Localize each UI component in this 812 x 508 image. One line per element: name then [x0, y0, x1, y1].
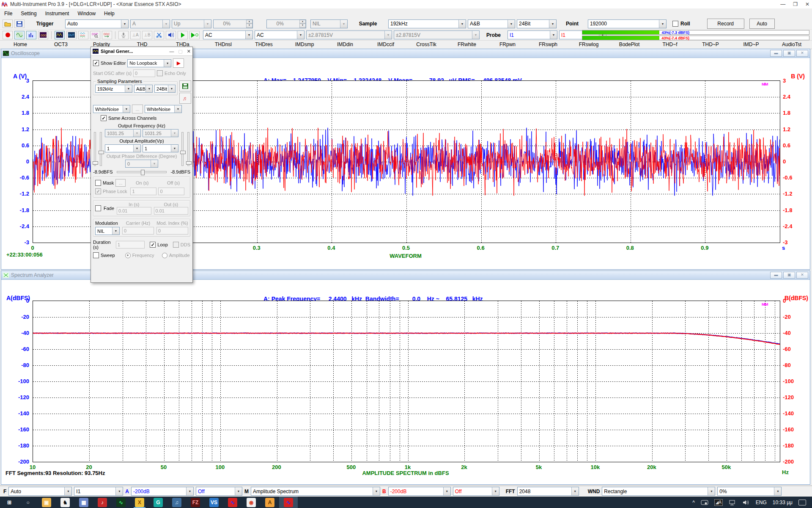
cursor-marker-icon[interactable]: MiM: [762, 82, 768, 86]
trigger-delay-spinner[interactable]: 0%▲▼: [266, 19, 306, 28]
play-button[interactable]: [178, 31, 188, 39]
fade-in-input[interactable]: 0.01: [117, 207, 151, 215]
tab-frswph[interactable]: FRswph: [528, 41, 568, 49]
taskbar-antivirus-app-icon[interactable]: ♪: [93, 497, 112, 508]
open-button[interactable]: [3, 19, 13, 28]
ddc-button[interactable]: DDC: [102, 31, 112, 39]
taskbar-audio-mixer-icon[interactable]: ♫: [167, 497, 186, 508]
window-maximize-button[interactable]: ❐: [793, 1, 798, 7]
frequency-a-select[interactable]: 1031.25▼: [105, 129, 141, 137]
view-mode-select[interactable]: Amplitude Spectrum▼: [251, 487, 380, 496]
taskbar-chrome-icon[interactable]: ◉: [242, 497, 261, 508]
tab-frpwn[interactable]: FRpwn: [487, 41, 528, 49]
window-function-select[interactable]: Rectangle▼: [602, 487, 715, 496]
play-loop-button[interactable]: [189, 31, 200, 39]
coupling-a-select[interactable]: AC▼: [203, 30, 253, 39]
gen-sample-rate-select[interactable]: 192kHz▼: [95, 85, 132, 93]
freq-axis-mode-select[interactable]: Auto▼: [8, 487, 72, 496]
duration-input[interactable]: 1: [116, 241, 145, 248]
phase-select[interactable]: 0▼: [125, 160, 158, 168]
dialog-minimize-button[interactable]: —: [169, 49, 174, 54]
dds-checkbox[interactable]: [173, 242, 179, 248]
tab-oct3[interactable]: OCT3: [41, 41, 81, 49]
amplitude-a-select[interactable]: 1▼: [105, 144, 141, 152]
save-button[interactable]: [14, 19, 25, 28]
spinner-arrows[interactable]: ▲▼: [299, 20, 306, 28]
oscilloscope-button[interactable]: [14, 31, 25, 39]
start-osc-input[interactable]: 0: [133, 69, 155, 77]
phase-lock-checkbox[interactable]: [95, 188, 101, 194]
generator-start-button[interactable]: ▶: [173, 58, 184, 68]
save-signal-button[interactable]: [179, 80, 191, 91]
menu-window[interactable]: Window: [73, 9, 100, 18]
multi-wave-button[interactable]: [78, 31, 88, 39]
roll-checkbox-box[interactable]: [672, 21, 678, 27]
mask-checkbox[interactable]: [95, 180, 101, 186]
device-test-plan-button[interactable]: DUT: [66, 31, 77, 39]
bit-depth-select[interactable]: 24Bit▼: [517, 19, 557, 28]
tab-bodeplot[interactable]: BodePlot: [609, 41, 650, 49]
menu-file[interactable]: File: [0, 9, 16, 18]
waveform-b-select[interactable]: WhiteNoise▼: [145, 105, 182, 113]
audio-driver-tray-icon[interactable]: ◢A: [714, 499, 723, 506]
panel-close-button[interactable]: ✕: [796, 272, 808, 279]
echo-only-checkbox[interactable]: [157, 70, 163, 76]
menu-instrument[interactable]: Instrument: [41, 9, 74, 18]
a-range-select[interactable]: -200dB▼: [131, 487, 194, 496]
tab-audiotst[interactable]: AudioTst: [771, 41, 812, 49]
tab-thdres[interactable]: THDres: [244, 41, 284, 49]
taskbar-vscode-icon[interactable]: VS: [205, 497, 223, 508]
menu-setting[interactable]: Setting: [16, 9, 41, 18]
waveform-a-select[interactable]: WhiteNoise▼: [93, 105, 130, 113]
taskbar-file-explorer-icon[interactable]: ▣: [37, 497, 56, 508]
taskbar-xnview-icon[interactable]: X: [130, 497, 149, 508]
network-icon[interactable]: [729, 500, 736, 505]
gen-bits-select[interactable]: 24Bit▼: [154, 85, 176, 93]
taskbar-search-icon[interactable]: ○: [19, 497, 37, 508]
panel-close-button[interactable]: ✕: [796, 50, 808, 57]
taskbar-avast-icon[interactable]: A: [261, 497, 279, 508]
taskbar-media-app-icon[interactable]: ♞: [56, 497, 74, 508]
tab-imdsmp[interactable]: IMDsmp: [284, 41, 325, 49]
a-extra-select[interactable]: Off▼: [196, 487, 242, 496]
tab-thd~p[interactable]: THD~P: [690, 41, 731, 49]
window-minimize-button[interactable]: —: [780, 1, 785, 7]
amplitude-b-select[interactable]: 1▼: [143, 144, 178, 152]
b-range-select[interactable]: -200dB▼: [388, 487, 451, 496]
tab-imd~p[interactable]: IMD~P: [731, 41, 771, 49]
coupling-b-select[interactable]: AC▼: [255, 30, 304, 39]
tab-frwhite[interactable]: FRwhite: [447, 41, 487, 49]
modulation-select[interactable]: NIL▼: [95, 227, 120, 235]
window-close-button[interactable]: ✕: [805, 1, 809, 7]
record-button[interactable]: Record: [707, 19, 744, 29]
balance-slider[interactable]: [117, 171, 166, 173]
loopback-select[interactable]: No Loopback▼: [127, 59, 171, 67]
taskbar-start-icon[interactable]: ⊞: [0, 497, 19, 508]
menu-help[interactable]: Help: [100, 9, 119, 18]
ground-a-button[interactable]: ⊥A: [130, 31, 140, 39]
taskbar-filezilla-icon[interactable]: FZ: [186, 497, 205, 508]
b-extra-select[interactable]: Off▼: [453, 487, 499, 496]
trigger-level-spinner[interactable]: 0%▲▼: [213, 19, 253, 28]
tab-home[interactable]: Home: [0, 41, 41, 49]
touchpad-icon[interactable]: [701, 500, 708, 505]
waveform-more-button[interactable]: ...: [132, 105, 143, 113]
loop-checkbox[interactable]: [150, 242, 156, 248]
amplitude-slider-b[interactable]: [181, 132, 184, 166]
points-select[interactable]: 192000▼: [588, 19, 667, 28]
taskbar-goldwave-icon[interactable]: G: [149, 497, 167, 508]
spinner-arrows[interactable]: ▲▼: [246, 20, 252, 28]
channels-select[interactable]: A&B▼: [468, 19, 515, 28]
tab-imdccif[interactable]: IMDccif: [365, 41, 406, 49]
taskbar-terminal-app-icon[interactable]: ∿: [112, 497, 130, 508]
probe-select[interactable]: I1▼: [74, 487, 123, 496]
show-editor-checkbox[interactable]: [93, 60, 99, 66]
same-across-checkbox[interactable]: [101, 115, 107, 121]
action-center-icon[interactable]: [798, 500, 806, 505]
overlap-select[interactable]: 0%▼: [717, 487, 782, 496]
range-a-select[interactable]: ±2.87815V▼: [306, 30, 392, 39]
volume-icon[interactable]: [742, 500, 750, 505]
amplitude-slider-a-outer[interactable]: [94, 132, 96, 166]
panel-minimize-button[interactable]: ▬: [770, 272, 782, 279]
probe-a-select[interactable]: I1▼: [508, 30, 557, 39]
